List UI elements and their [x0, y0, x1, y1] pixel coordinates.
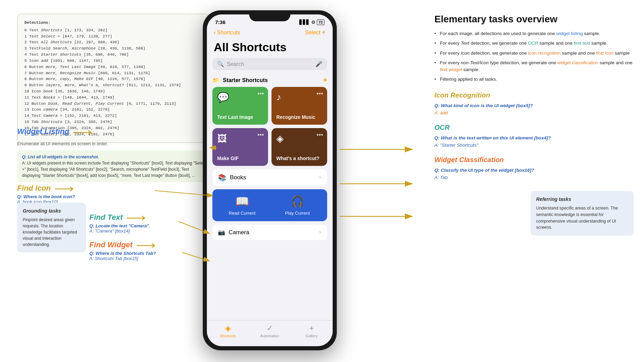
- ocr-question: Q: What is the text written on this UI e…: [434, 134, 634, 142]
- bullet-2: For every Text detection, we generate on…: [434, 40, 634, 47]
- find-text-qa: Q: Locate the text "Camera". A: "Camera"…: [89, 223, 213, 234]
- grounding-tasks-box: Grounding tasks Pinpoint desired areas g…: [17, 203, 86, 252]
- card-icon-message: 💬: [217, 92, 263, 103]
- shortcut-card-whats-shortcut[interactable]: ••• ◈ What's a shortcut?: [271, 128, 327, 166]
- play-icon: 🎧: [291, 195, 304, 208]
- find-text-title: Find Text: [89, 213, 123, 222]
- find-widget-title: Find Widget: [89, 240, 133, 249]
- shortcut-card-text-last-image[interactable]: ••• 💬 Text Last Image: [212, 87, 268, 125]
- detection-line-9: 9 Button layers, more, What's a, shortcu…: [24, 82, 202, 88]
- tab-shortcuts[interactable]: ◈ Shortcuts: [207, 324, 249, 338]
- detection-line-4: 4 Text Starter Shortcuts [35, 686, 646, …: [24, 52, 202, 58]
- right-panel: Elementary tasks overview For each image…: [434, 14, 634, 236]
- bullet-1: For each image, all detections are used …: [434, 30, 634, 37]
- detection-line-3: 3 TextField Search, microphone [28, 430,…: [24, 45, 202, 52]
- widget-listing-answer: A: UI widgets present in this screen inc…: [22, 160, 208, 179]
- icon-recognition-qa: Q: What kind of icon is the UI widget [b…: [434, 102, 634, 117]
- find-icon-section: Find Icon Q: Where is the book icon? A: …: [17, 184, 213, 204]
- detection-line-12: 12 Button book, Read Current, Play Curre…: [24, 101, 202, 107]
- gallery-tab-icon: +: [310, 324, 314, 333]
- find-text-highlight: find text: [574, 41, 590, 46]
- search-placeholder: Search: [227, 61, 244, 67]
- books-left: 📚 Books: [218, 173, 246, 182]
- tab-gallery[interactable]: + Gallery: [291, 324, 333, 338]
- card-icon-music: ♪: [276, 92, 322, 103]
- nav-back-button[interactable]: ‹ Shortcuts: [214, 30, 240, 36]
- shortcuts-grid: ••• 💬 Text Last Image ••• ♪ Recognize Mu…: [207, 87, 333, 166]
- overview-bullets: For each image, all detections are used …: [434, 30, 634, 83]
- detection-line-8: 8 Button more, copy, Make GIF [48, 1216,…: [24, 76, 202, 82]
- widget-listing-highlight: widget listing: [556, 31, 582, 36]
- book-icon: 📚: [218, 173, 226, 182]
- read-play-card: 📖 Read Current 🎧 Play Current: [212, 189, 327, 221]
- nav-select-button[interactable]: Select +: [305, 29, 326, 36]
- add-section-button[interactable]: +: [323, 76, 327, 84]
- widget-listing-section: Widget Listing Enumerate all UI elements…: [17, 127, 213, 182]
- page-title: All Shortcuts: [207, 39, 333, 57]
- card-label-text-last: Text Last Image: [217, 114, 263, 120]
- bullet-5: Filtering applied to all tasks.: [434, 76, 634, 83]
- nav-back-label: Shortcuts: [217, 30, 240, 36]
- shortcut-card-make-gif[interactable]: ••• 🖼 Make GIF: [212, 128, 268, 166]
- camera-row[interactable]: 📷 Camera >: [212, 225, 327, 240]
- ocr-title: OCR: [434, 124, 634, 132]
- camera-icon: 📷: [218, 229, 225, 236]
- starter-shortcuts-label: Starter Shortcuts: [223, 77, 268, 83]
- search-bar[interactable]: 🔍 Search 🎤: [212, 58, 327, 70]
- detections-title: Detections:: [24, 20, 202, 26]
- nav-bar: ‹ Shortcuts Select +: [207, 27, 333, 39]
- read-icon: 📖: [235, 195, 249, 208]
- grounding-tasks-description: Pinpoint desired areas given requests. T…: [23, 217, 80, 248]
- card-menu-icon-4[interactable]: •••: [317, 132, 323, 139]
- icon-rec-highlight: icon recognition: [528, 50, 561, 56]
- widget-listing-question: Q: List all UI widgets in the screenshot…: [22, 154, 208, 160]
- card-menu-icon-2[interactable]: •••: [317, 90, 323, 98]
- widget-class-highlight: widget classification: [557, 60, 598, 65]
- tab-bar: ◈ Shortcuts ✓ Automation + Gallery: [207, 320, 333, 346]
- find-icon-title: Find Icon: [17, 184, 51, 193]
- status-time: 7:36: [215, 19, 225, 25]
- play-current-button[interactable]: 🎧 Play Current: [273, 195, 322, 216]
- card-menu-icon-3[interactable]: •••: [257, 132, 264, 139]
- card-icon-photo: 🖼: [217, 133, 263, 144]
- referring-tasks-title: Referring tasks: [536, 196, 628, 203]
- search-icon: 🔍: [217, 61, 224, 67]
- books-row[interactable]: 📚 Books >: [212, 169, 327, 186]
- chevron-left-icon: ‹: [214, 30, 215, 36]
- detection-line-5: 5 Icon add [1051, 689, 1147, 785]: [24, 58, 202, 64]
- referring-tasks-description: Understand specific areas of a screen. T…: [536, 205, 628, 231]
- phone-screen: 7:36 ▋▋▋ ⊙ 73 ‹ Shortcuts Select +: [207, 14, 333, 346]
- bullet-3: For every Icon detection, we generate on…: [434, 50, 634, 57]
- find-text-section: Find Text Q: Locate the text "Camera". A…: [89, 213, 213, 234]
- ocr-answer: A: "Starter Shortcuts": [434, 142, 634, 149]
- card-icon-layers: ◈: [276, 133, 322, 144]
- phone-notch: [249, 10, 290, 21]
- folder-icon: 📁: [212, 77, 219, 83]
- read-current-button[interactable]: 📖 Read Current: [218, 195, 266, 216]
- detection-line-1: 1 Text Select + [847, 179, 1139, 277]: [24, 33, 202, 39]
- widget-listing-title: Widget Listing: [17, 127, 69, 136]
- ocr-qa: Q: What is the text written on this UI e…: [434, 134, 634, 149]
- card-label-recognize: Recognize Music: [276, 114, 322, 120]
- shortcut-card-recognize-music[interactable]: ••• ♪ Recognize Music: [271, 87, 327, 125]
- card-menu-icon[interactable]: •••: [257, 90, 264, 98]
- camera-label: Camera: [229, 229, 249, 236]
- section-title-left: 📁 Starter Shortcuts: [212, 77, 268, 83]
- card-label-whats: What's a shortcut?: [276, 156, 322, 161]
- widget-class-question: Q: Classify the UI type of the widget [b…: [434, 167, 634, 174]
- microphone-icon: 🎤: [315, 61, 322, 67]
- battery-icon: 73: [317, 20, 324, 25]
- overview-title: Elementary tasks overview: [434, 14, 634, 25]
- ocr-highlight: OCR: [528, 41, 538, 46]
- referring-tasks-box: Referring tasks Understand specific area…: [531, 191, 634, 236]
- find-widget-arrow: [137, 242, 157, 249]
- wifi-icon: ⊙: [311, 20, 315, 25]
- tab-automation[interactable]: ✓ Automation: [249, 324, 291, 338]
- phone-frame: 7:36 ▋▋▋ ⊙ 73 ‹ Shortcuts Select +: [203, 10, 337, 350]
- shortcuts-tab-icon: ◈: [225, 324, 231, 333]
- shortcuts-tab-label: Shortcuts: [220, 334, 236, 338]
- gallery-tab-label: Gallery: [306, 334, 318, 338]
- icon-recognition-title: Icon Recognition: [434, 91, 634, 99]
- widget-class-answer: A: Tab: [434, 174, 634, 181]
- grounding-tasks-title: Grounding tasks: [23, 207, 80, 215]
